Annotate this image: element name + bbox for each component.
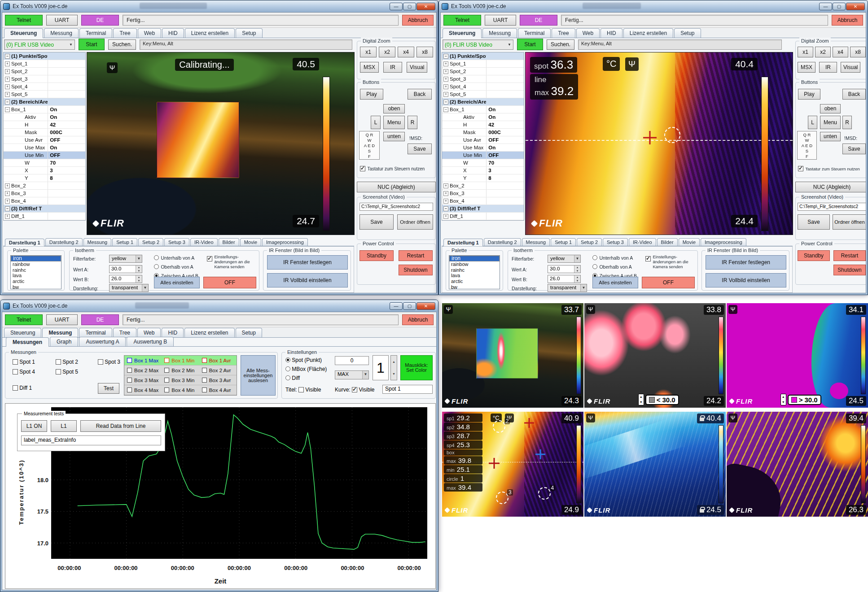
tree-row[interactable]: + RefT_1 (4, 220, 85, 221)
tree-row[interactable]: + Diff_1 (4, 213, 85, 220)
expand-icon[interactable]: + (5, 61, 10, 66)
tree-row[interactable]: + Spot_1 (4, 60, 85, 68)
mode-select[interactable]: MAX▼ (335, 370, 369, 379)
isotherm-off-button[interactable]: OFF (203, 277, 256, 288)
tree-row[interactable]: + Box_2 (4, 182, 85, 190)
wert-b-stepper[interactable]: 26.0▲▼ (109, 275, 142, 283)
down-button[interactable]: unten (820, 132, 841, 141)
tree-row[interactable]: Y 8 (4, 174, 85, 182)
tree-row[interactable]: H 42 (4, 121, 85, 129)
tab[interactable]: Messung (482, 28, 517, 38)
tab[interactable]: Tree (113, 28, 136, 38)
box-measure-checkbox[interactable]: Box 1 Max (124, 356, 162, 366)
box-measure-checkbox[interactable]: Box 2 Avr (199, 366, 237, 375)
tree-row[interactable]: + Spot_4 (4, 83, 85, 91)
filterfarbe-select[interactable]: yellow▼ (109, 255, 142, 263)
tree-row[interactable]: + Box_4 (4, 197, 85, 205)
auslesen-button[interactable]: Alle Mess-einstellungen auslesen (241, 355, 276, 396)
palette-item[interactable]: lava (449, 273, 500, 279)
palette-item[interactable]: bw (11, 284, 61, 289)
expand-icon[interactable]: + (443, 214, 448, 219)
open-folder-button[interactable]: Ordner öffnen (397, 214, 433, 230)
camera-mode-button[interactable]: Visual (407, 62, 427, 73)
nuc-button[interactable]: NUC (Abgleich) (357, 182, 436, 192)
ir-fenster-button[interactable]: IR Fenster festlegen (267, 255, 348, 270)
box-measure-checkbox[interactable]: Box 2 Max (124, 366, 162, 375)
palette-item[interactable]: rainbow (449, 261, 500, 267)
darstellung-select[interactable]: transparent▼ (548, 284, 587, 292)
tree-row[interactable]: − (3) Diff/Ref T (4, 205, 85, 213)
expand-icon[interactable]: + (443, 191, 448, 196)
tab[interactable]: Setup 1 (551, 238, 576, 246)
curve-name-field[interactable]: Spot 1 (382, 385, 433, 394)
down-button[interactable]: unten (383, 132, 405, 141)
filterfarbe-select[interactable]: yellow▼ (548, 255, 581, 263)
tree-row[interactable]: + Spot_1 (442, 60, 524, 68)
isotherm-off-button[interactable]: OFF (642, 277, 695, 288)
tab[interactable]: Setup 2 (577, 238, 602, 246)
wert-a-stepper[interactable]: 30.0▲▼ (109, 265, 142, 273)
tab[interactable]: Imageprocessing (701, 238, 746, 246)
nuc-button[interactable]: NUC (Abgleich) (795, 182, 866, 192)
camera-mode-button[interactable]: MSX (360, 62, 379, 73)
maximize-button[interactable]: ▢ (833, 3, 846, 10)
expand-icon[interactable]: − (5, 100, 10, 104)
kurve-visible-checkbox[interactable]: Kurve: Visible (335, 387, 375, 393)
zoom-level-button[interactable]: x4 (833, 47, 848, 57)
spot1-checkbox[interactable]: Spot 1 (13, 359, 35, 365)
camera-view-thermal[interactable]: spot 36.3 °C Ψ line max 39.2 40.4 24.4 F… (525, 52, 793, 235)
ir-vollbild-button[interactable]: IR Vollbild einstellen (267, 273, 348, 287)
ir-fenster-button[interactable]: IR Fenster festlegen (706, 255, 786, 270)
l1-button[interactable]: L1 (51, 420, 77, 432)
radio-option[interactable]: Spot (Punkt) (285, 357, 327, 363)
titlebar[interactable]: Ex Tools V009 joe-c.de — ▢ ✕ (0, 300, 438, 312)
menu-button[interactable]: Menu (820, 116, 841, 129)
tab[interactable]: HID (162, 28, 184, 38)
abbruch-button[interactable]: Abbruch (832, 15, 863, 26)
screenshot-path-field[interactable]: C:\Temp\_Flir_Screenshotsc2 (798, 203, 866, 211)
tree-row[interactable]: Use Max On (442, 144, 524, 152)
tab[interactable]: Web (137, 328, 161, 337)
value-field[interactable]: 0 (335, 356, 369, 365)
expand-icon[interactable]: + (5, 69, 10, 74)
tree-row[interactable]: H 42 (442, 121, 524, 129)
tab[interactable]: Setup 1 (112, 238, 137, 246)
keyboard-checkbox[interactable]: Tastatur zum Steuern nutzen (360, 164, 425, 172)
expand-icon[interactable]: + (5, 77, 10, 82)
tree-row[interactable]: − (2) Bereich/Area (442, 98, 524, 106)
expand-icon[interactable]: + (443, 84, 448, 89)
expand-icon[interactable]: − (443, 54, 448, 59)
tree-row[interactable]: Mask 000C (442, 129, 524, 136)
diff1-checkbox[interactable]: Diff 1 (13, 385, 32, 391)
expand-icon[interactable]: + (5, 183, 10, 188)
wert-a-stepper[interactable]: 30.0▲▼ (548, 265, 581, 273)
tab[interactable]: Setup 3 (603, 238, 628, 246)
key-hint-field[interactable]: Key:Menu, Alt (140, 39, 352, 50)
expand-icon[interactable]: + (5, 92, 10, 97)
tree-row[interactable]: − (1) Punkte/Spot (4, 52, 85, 60)
tab[interactable]: Web (138, 28, 161, 38)
zoom-level-button[interactable]: x2 (379, 47, 395, 57)
menu-button[interactable]: Menu (383, 116, 405, 129)
tree-row[interactable]: + Box_4 (442, 197, 524, 205)
screenshot-save-button[interactable]: Save (359, 214, 394, 230)
right-button[interactable]: R (408, 116, 417, 129)
open-folder-button[interactable]: Ordner öffnen (833, 214, 866, 230)
tab[interactable]: Darstellung 2 (45, 238, 83, 246)
box-measure-checkbox[interactable]: Box 4 Min (162, 385, 199, 395)
box-measure-checkbox[interactable]: Box 3 Avr (199, 375, 237, 385)
back-button[interactable]: Back (842, 89, 866, 100)
expand-icon[interactable]: − (5, 54, 10, 59)
tab[interactable]: Messung (44, 28, 79, 38)
spot5-checkbox[interactable]: Spot 5 (56, 369, 78, 375)
thermal-tile-5[interactable]: Ψ 40.4 24.5 FLIR (584, 412, 726, 517)
tree-row[interactable]: Use Max On (4, 144, 85, 152)
tab[interactable]: Setup (236, 328, 262, 337)
box-measure-checkbox[interactable]: Box 3 Min (162, 375, 199, 385)
tree-row[interactable]: + Spot_2 (4, 68, 85, 75)
tree-row[interactable]: + Box_2 (442, 182, 524, 190)
tab[interactable]: Darstellung 2 (484, 238, 521, 246)
left-button[interactable]: L (808, 116, 817, 129)
abbruch-button[interactable]: Abbruch (402, 314, 434, 325)
tab[interactable]: Messung (42, 328, 78, 338)
